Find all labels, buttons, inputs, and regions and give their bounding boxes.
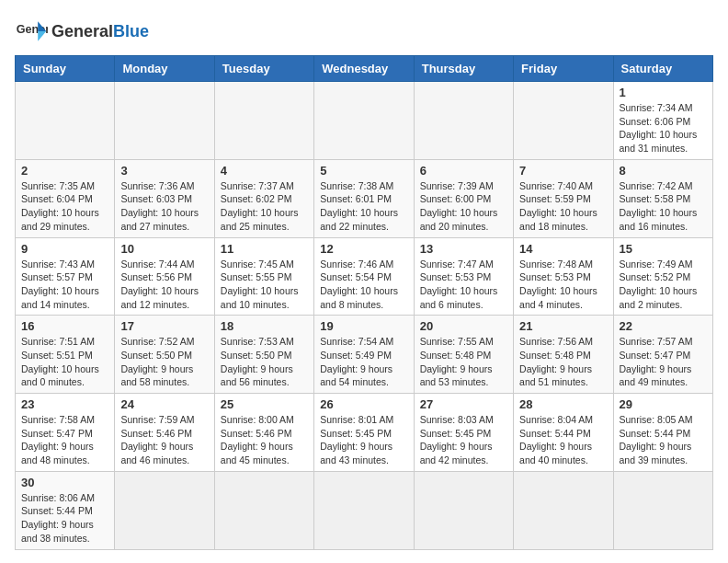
calendar-cell: 3Sunrise: 7:36 AM Sunset: 6:03 PM Daylig…: [115, 159, 214, 237]
day-info: Sunrise: 7:52 AM Sunset: 5:50 PM Dayligh…: [120, 335, 208, 389]
day-number: 21: [519, 319, 607, 333]
day-info: Sunrise: 7:51 AM Sunset: 5:51 PM Dayligh…: [21, 335, 108, 389]
day-number: 23: [21, 397, 108, 411]
day-number: 22: [620, 319, 707, 333]
day-number: 6: [420, 164, 507, 178]
calendar-week-3: 9Sunrise: 7:43 AM Sunset: 5:57 PM Daylig…: [16, 237, 713, 316]
calendar-cell: [214, 471, 313, 549]
calendar-cell: 12Sunrise: 7:46 AM Sunset: 5:54 PM Dayli…: [314, 237, 414, 316]
day-info: Sunrise: 7:45 AM Sunset: 5:55 PM Dayligh…: [221, 258, 308, 312]
weekday-header-monday: Monday: [115, 56, 214, 82]
calendar-cell: 27Sunrise: 8:03 AM Sunset: 5:45 PM Dayli…: [414, 394, 513, 472]
day-number: 12: [320, 242, 407, 256]
day-number: 3: [120, 164, 208, 178]
calendar-cell: [414, 471, 513, 549]
calendar-cell: [314, 82, 414, 160]
calendar-cell: 26Sunrise: 8:01 AM Sunset: 5:45 PM Dayli…: [314, 394, 414, 472]
calendar-cell: 29Sunrise: 8:05 AM Sunset: 5:44 PM Dayli…: [613, 394, 712, 472]
day-info: Sunrise: 7:49 AM Sunset: 5:52 PM Dayligh…: [620, 258, 707, 312]
calendar-cell: 9Sunrise: 7:43 AM Sunset: 5:57 PM Daylig…: [16, 237, 115, 316]
day-number: 28: [519, 397, 607, 411]
calendar-cell: 24Sunrise: 7:59 AM Sunset: 5:46 PM Dayli…: [115, 394, 214, 472]
calendar-week-5: 23Sunrise: 7:58 AM Sunset: 5:47 PM Dayli…: [16, 394, 713, 472]
calendar-cell: 2Sunrise: 7:35 AM Sunset: 6:04 PM Daylig…: [16, 159, 115, 237]
weekday-header-friday: Friday: [514, 56, 613, 82]
day-info: Sunrise: 7:54 AM Sunset: 5:49 PM Dayligh…: [320, 335, 407, 389]
calendar-cell: 22Sunrise: 7:57 AM Sunset: 5:47 PM Dayli…: [613, 316, 712, 394]
calendar-cell: 30Sunrise: 8:06 AM Sunset: 5:44 PM Dayli…: [16, 471, 115, 549]
weekday-header-saturday: Saturday: [613, 56, 712, 82]
calendar-cell: 11Sunrise: 7:45 AM Sunset: 5:55 PM Dayli…: [214, 237, 313, 316]
day-number: 19: [320, 319, 407, 333]
calendar: SundayMondayTuesdayWednesdayThursdayFrid…: [15, 55, 713, 550]
calendar-cell: 15Sunrise: 7:49 AM Sunset: 5:52 PM Dayli…: [613, 237, 712, 316]
day-info: Sunrise: 8:06 AM Sunset: 5:44 PM Dayligh…: [21, 491, 108, 546]
day-number: 15: [620, 242, 707, 256]
day-info: Sunrise: 8:03 AM Sunset: 5:45 PM Dayligh…: [420, 413, 507, 467]
day-info: Sunrise: 7:37 AM Sunset: 6:02 PM Dayligh…: [221, 179, 308, 234]
weekday-header-thursday: Thursday: [414, 56, 513, 82]
calendar-cell: 14Sunrise: 7:48 AM Sunset: 5:53 PM Dayli…: [514, 237, 613, 316]
calendar-cell: 20Sunrise: 7:55 AM Sunset: 5:48 PM Dayli…: [414, 316, 513, 394]
day-number: 30: [21, 476, 108, 489]
day-info: Sunrise: 8:01 AM Sunset: 5:45 PM Dayligh…: [320, 413, 407, 467]
day-info: Sunrise: 7:59 AM Sunset: 5:46 PM Dayligh…: [120, 413, 208, 467]
day-number: 11: [221, 242, 308, 256]
calendar-cell: 25Sunrise: 8:00 AM Sunset: 5:46 PM Dayli…: [214, 394, 313, 472]
calendar-cell: 1Sunrise: 7:34 AM Sunset: 6:06 PM Daylig…: [613, 82, 712, 160]
calendar-cell: 17Sunrise: 7:52 AM Sunset: 5:50 PM Dayli…: [115, 316, 214, 394]
day-number: 20: [420, 319, 507, 333]
calendar-cell: 4Sunrise: 7:37 AM Sunset: 6:02 PM Daylig…: [214, 159, 313, 237]
day-number: 13: [420, 242, 507, 256]
weekday-header-row: SundayMondayTuesdayWednesdayThursdayFrid…: [16, 56, 713, 82]
calendar-cell: 7Sunrise: 7:40 AM Sunset: 5:59 PM Daylig…: [514, 159, 613, 237]
day-number: 8: [620, 164, 707, 178]
calendar-week-6: 30Sunrise: 8:06 AM Sunset: 5:44 PM Dayli…: [16, 471, 713, 549]
calendar-cell: [514, 471, 613, 549]
day-number: 5: [320, 164, 407, 178]
header: General GeneralBlue: [15, 15, 713, 48]
calendar-cell: 6Sunrise: 7:39 AM Sunset: 6:00 PM Daylig…: [414, 159, 513, 237]
calendar-cell: 13Sunrise: 7:47 AM Sunset: 5:53 PM Dayli…: [414, 237, 513, 316]
calendar-cell: 16Sunrise: 7:51 AM Sunset: 5:51 PM Dayli…: [16, 316, 115, 394]
calendar-cell: [214, 82, 313, 160]
calendar-cell: 19Sunrise: 7:54 AM Sunset: 5:49 PM Dayli…: [314, 316, 414, 394]
day-number: 14: [519, 242, 607, 256]
calendar-cell: 28Sunrise: 8:04 AM Sunset: 5:44 PM Dayli…: [514, 394, 613, 472]
weekday-header-sunday: Sunday: [16, 56, 115, 82]
day-number: 27: [420, 397, 507, 411]
day-number: 7: [519, 164, 607, 178]
day-number: 18: [221, 319, 308, 333]
day-info: Sunrise: 7:53 AM Sunset: 5:50 PM Dayligh…: [221, 335, 308, 389]
day-info: Sunrise: 7:36 AM Sunset: 6:03 PM Dayligh…: [120, 179, 208, 234]
day-info: Sunrise: 7:39 AM Sunset: 6:00 PM Dayligh…: [420, 179, 507, 234]
calendar-header: SundayMondayTuesdayWednesdayThursdayFrid…: [16, 56, 713, 82]
day-info: Sunrise: 8:05 AM Sunset: 5:44 PM Dayligh…: [620, 413, 707, 467]
day-info: Sunrise: 7:44 AM Sunset: 5:56 PM Dayligh…: [120, 258, 208, 312]
calendar-cell: 10Sunrise: 7:44 AM Sunset: 5:56 PM Dayli…: [115, 237, 214, 316]
day-info: Sunrise: 7:58 AM Sunset: 5:47 PM Dayligh…: [21, 413, 108, 467]
day-info: Sunrise: 7:57 AM Sunset: 5:47 PM Dayligh…: [620, 335, 707, 389]
calendar-cell: 5Sunrise: 7:38 AM Sunset: 6:01 PM Daylig…: [314, 159, 414, 237]
day-number: 26: [320, 397, 407, 411]
weekday-header-wednesday: Wednesday: [314, 56, 414, 82]
logo-icon: General: [15, 15, 48, 48]
day-info: Sunrise: 7:42 AM Sunset: 5:58 PM Dayligh…: [620, 179, 707, 234]
day-info: Sunrise: 7:35 AM Sunset: 6:04 PM Dayligh…: [21, 179, 108, 234]
day-number: 25: [221, 397, 308, 411]
day-info: Sunrise: 7:38 AM Sunset: 6:01 PM Dayligh…: [320, 179, 407, 234]
calendar-cell: [314, 471, 414, 549]
calendar-cell: 18Sunrise: 7:53 AM Sunset: 5:50 PM Dayli…: [214, 316, 313, 394]
day-info: Sunrise: 7:46 AM Sunset: 5:54 PM Dayligh…: [320, 258, 407, 312]
calendar-cell: 23Sunrise: 7:58 AM Sunset: 5:47 PM Dayli…: [16, 394, 115, 472]
day-number: 24: [120, 397, 208, 411]
calendar-cell: [115, 82, 214, 160]
logo: General GeneralBlue: [15, 15, 149, 48]
day-info: Sunrise: 7:43 AM Sunset: 5:57 PM Dayligh…: [21, 258, 108, 312]
calendar-cell: [414, 82, 513, 160]
day-number: 10: [120, 242, 208, 256]
day-info: Sunrise: 8:04 AM Sunset: 5:44 PM Dayligh…: [519, 413, 607, 467]
calendar-cell: 8Sunrise: 7:42 AM Sunset: 5:58 PM Daylig…: [613, 159, 712, 237]
calendar-cell: 21Sunrise: 7:56 AM Sunset: 5:48 PM Dayli…: [514, 316, 613, 394]
calendar-week-2: 2Sunrise: 7:35 AM Sunset: 6:04 PM Daylig…: [16, 159, 713, 237]
